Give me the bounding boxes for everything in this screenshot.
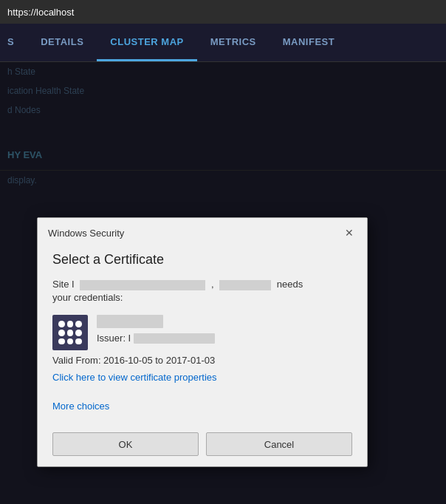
- cert-issuer-value-bar: [134, 333, 215, 344]
- ok-button[interactable]: OK: [52, 432, 199, 456]
- tab-metrics[interactable]: METRICS: [197, 24, 270, 61]
- cert-dot-5: [67, 330, 74, 336]
- dialog-title: Windows Security: [48, 228, 124, 239]
- dialog-buttons: OK Cancel: [38, 426, 367, 466]
- cert-dot-7: [58, 338, 65, 345]
- dialog-body: Select a Certificate Site I , needs your…: [38, 245, 367, 426]
- cert-dot-3: [75, 321, 82, 327]
- tab-manifest[interactable]: MANIFEST: [270, 24, 348, 61]
- address-bar: https://localhost: [0, 0, 446, 24]
- cert-dot-9: [75, 338, 82, 345]
- cert-issuer-label: Issuer: I: [97, 333, 131, 344]
- cert-name-bar: [97, 315, 163, 328]
- site-url-bar2: [219, 280, 271, 290]
- tab-details[interactable]: DETAILS: [27, 24, 97, 61]
- cancel-button[interactable]: Cancel: [206, 432, 352, 456]
- windows-security-dialog: Windows Security ✕ Select a Certificate …: [37, 217, 368, 467]
- main-content: h State ication Health State d Nodes HY …: [0, 62, 446, 504]
- tab-s[interactable]: S: [0, 24, 27, 61]
- cert-dot-4: [58, 330, 65, 336]
- cert-valid-dates: Valid From: 2016-10-05 to 2017-01-03: [52, 355, 352, 366]
- cert-icon: [52, 315, 88, 350]
- cert-dot-1: [58, 321, 65, 327]
- site-url-bar: [80, 280, 205, 290]
- cert-properties-link[interactable]: Click here to view certificate propertie…: [52, 372, 352, 383]
- cert-card[interactable]: Issuer: I: [52, 315, 352, 350]
- cert-details: Issuer: I: [97, 315, 352, 345]
- dialog-heading: Select a Certificate: [52, 252, 352, 268]
- site-info: Site I , needs your credentials:: [52, 278, 352, 304]
- nav-bar: S DETAILS CLUSTER MAP METRICS MANIFEST: [0, 24, 446, 62]
- site-line1: Site I: [52, 279, 75, 290]
- tab-cluster-map[interactable]: CLUSTER MAP: [97, 24, 196, 61]
- dialog-titlebar: Windows Security ✕: [38, 218, 367, 245]
- cert-issuer-row: Issuer: I: [97, 333, 352, 344]
- cert-dot-6: [75, 330, 82, 336]
- more-choices-link[interactable]: More choices: [52, 393, 352, 415]
- cert-dot-8: [67, 338, 74, 345]
- url-text: https://localhost: [7, 7, 74, 18]
- cert-dot-2: [67, 321, 74, 327]
- dialog-close-button[interactable]: ✕: [342, 225, 357, 240]
